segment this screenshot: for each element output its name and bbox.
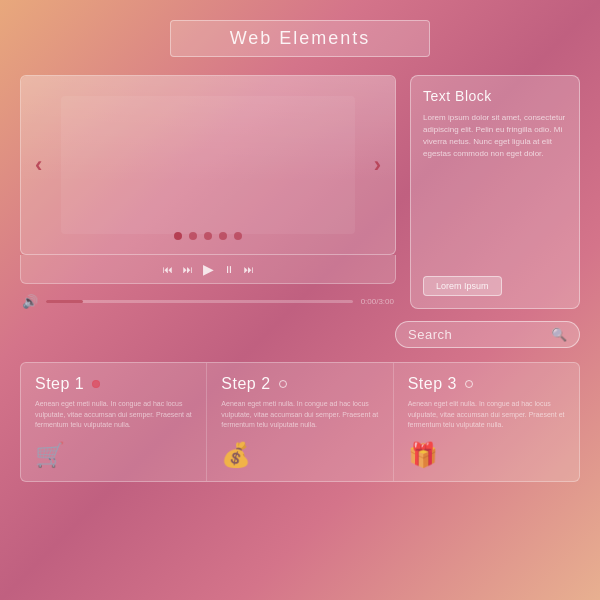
steps-container: Step 1 Aenean eget meti nulla. In congue… <box>20 362 580 482</box>
slide-dot-5[interactable] <box>234 232 242 240</box>
slide-container: ‹ › <box>20 75 396 255</box>
volume-icon: 🔊 <box>22 294 38 309</box>
search-input[interactable]: Search <box>408 327 551 342</box>
step-3-title: Step 3 <box>408 375 457 393</box>
slide-dot-2[interactable] <box>189 232 197 240</box>
skip-forward-button[interactable]: ⏭ <box>244 264 254 275</box>
slide-dot-3[interactable] <box>204 232 212 240</box>
step-1: Step 1 Aenean eget meti nulla. In congue… <box>21 363 207 481</box>
step-2-desc: Aenean eget meti nulla. In congue ad hac… <box>221 399 378 431</box>
media-player: ‹ › ⏮ ⏭ ▶ ⏸ ⏭ 🔊 <box>20 75 396 309</box>
slide-next-button[interactable]: › <box>374 152 381 178</box>
step-2: Step 2 Aenean eget meti nulla. In congue… <box>207 363 393 481</box>
slide-dots <box>174 232 242 240</box>
title-banner: Web Elements <box>170 20 430 57</box>
text-block-title: Text Block <box>423 88 567 104</box>
step-3-header: Step 3 <box>408 375 565 393</box>
main-row: ‹ › ⏮ ⏭ ▶ ⏸ ⏭ 🔊 <box>20 75 580 309</box>
play-button[interactable]: ▶ <box>203 261 214 277</box>
money-icon: 💰 <box>221 441 378 469</box>
rewind-button[interactable]: ⏭ <box>183 264 193 275</box>
lorem-ipsum-button[interactable]: Lorem Ipsum <box>423 276 502 296</box>
volume-row: 🔊 0:00/3:00 <box>20 294 396 309</box>
skip-back-button[interactable]: ⏮ <box>163 264 173 275</box>
slide-prev-button[interactable]: ‹ <box>35 152 42 178</box>
step-3-desc: Aenean eget elit nulla. In congue ad hac… <box>408 399 565 431</box>
step-1-dot[interactable] <box>92 380 100 388</box>
search-row: Search 🔍 <box>20 321 580 348</box>
search-icon: 🔍 <box>551 327 567 342</box>
text-block-body: Lorem ipsum dolor sit amet, consectetur … <box>423 112 567 266</box>
player-controls-bar: ⏮ ⏭ ▶ ⏸ ⏭ <box>20 255 396 284</box>
step-1-title: Step 1 <box>35 375 84 393</box>
step-3-dot[interactable] <box>465 380 473 388</box>
step-2-header: Step 2 <box>221 375 378 393</box>
progress-fill <box>46 300 83 303</box>
slide-dot-4[interactable] <box>219 232 227 240</box>
search-box[interactable]: Search 🔍 <box>395 321 580 348</box>
text-block: Text Block Lorem ipsum dolor sit amet, c… <box>410 75 580 309</box>
slide-dot-1[interactable] <box>174 232 182 240</box>
progress-time: 0:00/3:00 <box>361 297 394 306</box>
step-1-desc: Aenean eget meti nulla. In congue ad hac… <box>35 399 192 431</box>
gift-icon: 🎁 <box>408 441 565 469</box>
cart-icon: 🛒 <box>35 441 192 469</box>
pause-button[interactable]: ⏸ <box>224 264 234 275</box>
progress-bar[interactable] <box>46 300 353 303</box>
step-2-title: Step 2 <box>221 375 270 393</box>
step-1-header: Step 1 <box>35 375 192 393</box>
page-wrapper: Web Elements ‹ › ⏮ ⏭ <box>0 0 600 600</box>
page-title: Web Elements <box>191 28 409 49</box>
slide-glow <box>61 96 355 234</box>
step-3: Step 3 Aenean eget elit nulla. In congue… <box>394 363 579 481</box>
step-2-dot[interactable] <box>279 380 287 388</box>
